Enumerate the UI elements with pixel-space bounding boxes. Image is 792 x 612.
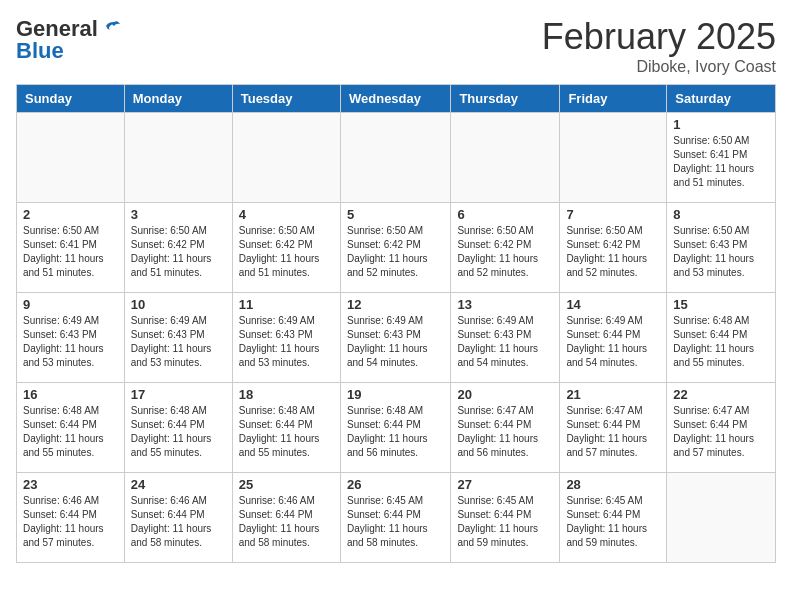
- col-friday: Friday: [560, 85, 667, 113]
- table-row: [17, 113, 125, 203]
- day-number: 8: [673, 207, 769, 222]
- day-info: Sunrise: 6:50 AMSunset: 6:42 PMDaylight:…: [239, 224, 334, 280]
- logo-blue: Blue: [16, 38, 64, 64]
- calendar-week-row: 16Sunrise: 6:48 AMSunset: 6:44 PMDayligh…: [17, 383, 776, 473]
- day-number: 12: [347, 297, 444, 312]
- table-row: 21Sunrise: 6:47 AMSunset: 6:44 PMDayligh…: [560, 383, 667, 473]
- day-number: 17: [131, 387, 226, 402]
- day-number: 28: [566, 477, 660, 492]
- table-row: 11Sunrise: 6:49 AMSunset: 6:43 PMDayligh…: [232, 293, 340, 383]
- table-row: 22Sunrise: 6:47 AMSunset: 6:44 PMDayligh…: [667, 383, 776, 473]
- table-row: 19Sunrise: 6:48 AMSunset: 6:44 PMDayligh…: [340, 383, 450, 473]
- logo: General Blue: [16, 16, 122, 64]
- day-info: Sunrise: 6:49 AMSunset: 6:43 PMDaylight:…: [239, 314, 334, 370]
- day-info: Sunrise: 6:49 AMSunset: 6:43 PMDaylight:…: [347, 314, 444, 370]
- day-info: Sunrise: 6:46 AMSunset: 6:44 PMDaylight:…: [239, 494, 334, 550]
- table-row: 1Sunrise: 6:50 AMSunset: 6:41 PMDaylight…: [667, 113, 776, 203]
- table-row: 16Sunrise: 6:48 AMSunset: 6:44 PMDayligh…: [17, 383, 125, 473]
- day-number: 25: [239, 477, 334, 492]
- table-row: 10Sunrise: 6:49 AMSunset: 6:43 PMDayligh…: [124, 293, 232, 383]
- table-row: 18Sunrise: 6:48 AMSunset: 6:44 PMDayligh…: [232, 383, 340, 473]
- day-number: 27: [457, 477, 553, 492]
- table-row: 17Sunrise: 6:48 AMSunset: 6:44 PMDayligh…: [124, 383, 232, 473]
- col-thursday: Thursday: [451, 85, 560, 113]
- day-number: 7: [566, 207, 660, 222]
- day-number: 13: [457, 297, 553, 312]
- table-row: 23Sunrise: 6:46 AMSunset: 6:44 PMDayligh…: [17, 473, 125, 563]
- day-info: Sunrise: 6:48 AMSunset: 6:44 PMDaylight:…: [347, 404, 444, 460]
- table-row: 12Sunrise: 6:49 AMSunset: 6:43 PMDayligh…: [340, 293, 450, 383]
- day-info: Sunrise: 6:47 AMSunset: 6:44 PMDaylight:…: [566, 404, 660, 460]
- day-info: Sunrise: 6:50 AMSunset: 6:41 PMDaylight:…: [23, 224, 118, 280]
- day-number: 23: [23, 477, 118, 492]
- table-row: [340, 113, 450, 203]
- day-info: Sunrise: 6:50 AMSunset: 6:43 PMDaylight:…: [673, 224, 769, 280]
- table-row: 13Sunrise: 6:49 AMSunset: 6:43 PMDayligh…: [451, 293, 560, 383]
- day-number: 18: [239, 387, 334, 402]
- table-row: [560, 113, 667, 203]
- col-wednesday: Wednesday: [340, 85, 450, 113]
- day-number: 10: [131, 297, 226, 312]
- day-info: Sunrise: 6:49 AMSunset: 6:44 PMDaylight:…: [566, 314, 660, 370]
- day-info: Sunrise: 6:50 AMSunset: 6:42 PMDaylight:…: [566, 224, 660, 280]
- table-row: 27Sunrise: 6:45 AMSunset: 6:44 PMDayligh…: [451, 473, 560, 563]
- day-info: Sunrise: 6:45 AMSunset: 6:44 PMDaylight:…: [566, 494, 660, 550]
- day-info: Sunrise: 6:50 AMSunset: 6:42 PMDaylight:…: [131, 224, 226, 280]
- day-info: Sunrise: 6:48 AMSunset: 6:44 PMDaylight:…: [131, 404, 226, 460]
- location-subtitle: Diboke, Ivory Coast: [542, 58, 776, 76]
- table-row: 26Sunrise: 6:45 AMSunset: 6:44 PMDayligh…: [340, 473, 450, 563]
- day-info: Sunrise: 6:50 AMSunset: 6:41 PMDaylight:…: [673, 134, 769, 190]
- month-title: February 2025: [542, 16, 776, 58]
- table-row: 28Sunrise: 6:45 AMSunset: 6:44 PMDayligh…: [560, 473, 667, 563]
- day-info: Sunrise: 6:50 AMSunset: 6:42 PMDaylight:…: [457, 224, 553, 280]
- day-info: Sunrise: 6:49 AMSunset: 6:43 PMDaylight:…: [457, 314, 553, 370]
- day-info: Sunrise: 6:48 AMSunset: 6:44 PMDaylight:…: [23, 404, 118, 460]
- day-number: 4: [239, 207, 334, 222]
- table-row: 8Sunrise: 6:50 AMSunset: 6:43 PMDaylight…: [667, 203, 776, 293]
- day-info: Sunrise: 6:46 AMSunset: 6:44 PMDaylight:…: [23, 494, 118, 550]
- day-number: 2: [23, 207, 118, 222]
- day-info: Sunrise: 6:49 AMSunset: 6:43 PMDaylight:…: [23, 314, 118, 370]
- table-row: 14Sunrise: 6:49 AMSunset: 6:44 PMDayligh…: [560, 293, 667, 383]
- table-row: 25Sunrise: 6:46 AMSunset: 6:44 PMDayligh…: [232, 473, 340, 563]
- table-row: [451, 113, 560, 203]
- calendar-header-row: Sunday Monday Tuesday Wednesday Thursday…: [17, 85, 776, 113]
- day-info: Sunrise: 6:47 AMSunset: 6:44 PMDaylight:…: [673, 404, 769, 460]
- calendar-table: Sunday Monday Tuesday Wednesday Thursday…: [16, 84, 776, 563]
- table-row: 4Sunrise: 6:50 AMSunset: 6:42 PMDaylight…: [232, 203, 340, 293]
- day-number: 21: [566, 387, 660, 402]
- day-number: 26: [347, 477, 444, 492]
- col-monday: Monday: [124, 85, 232, 113]
- day-info: Sunrise: 6:50 AMSunset: 6:42 PMDaylight:…: [347, 224, 444, 280]
- day-number: 15: [673, 297, 769, 312]
- day-info: Sunrise: 6:45 AMSunset: 6:44 PMDaylight:…: [347, 494, 444, 550]
- day-number: 19: [347, 387, 444, 402]
- table-row: [667, 473, 776, 563]
- table-row: 15Sunrise: 6:48 AMSunset: 6:44 PMDayligh…: [667, 293, 776, 383]
- table-row: 2Sunrise: 6:50 AMSunset: 6:41 PMDaylight…: [17, 203, 125, 293]
- page-header: General Blue February 2025 Diboke, Ivory…: [16, 16, 776, 76]
- table-row: [124, 113, 232, 203]
- calendar-body: 1Sunrise: 6:50 AMSunset: 6:41 PMDaylight…: [17, 113, 776, 563]
- day-number: 9: [23, 297, 118, 312]
- day-info: Sunrise: 6:48 AMSunset: 6:44 PMDaylight:…: [673, 314, 769, 370]
- day-number: 22: [673, 387, 769, 402]
- col-saturday: Saturday: [667, 85, 776, 113]
- day-info: Sunrise: 6:49 AMSunset: 6:43 PMDaylight:…: [131, 314, 226, 370]
- title-block: February 2025 Diboke, Ivory Coast: [542, 16, 776, 76]
- calendar-week-row: 2Sunrise: 6:50 AMSunset: 6:41 PMDaylight…: [17, 203, 776, 293]
- day-number: 1: [673, 117, 769, 132]
- day-number: 20: [457, 387, 553, 402]
- table-row: 7Sunrise: 6:50 AMSunset: 6:42 PMDaylight…: [560, 203, 667, 293]
- table-row: [232, 113, 340, 203]
- table-row: 20Sunrise: 6:47 AMSunset: 6:44 PMDayligh…: [451, 383, 560, 473]
- page-container: General Blue February 2025 Diboke, Ivory…: [0, 0, 792, 579]
- table-row: 3Sunrise: 6:50 AMSunset: 6:42 PMDaylight…: [124, 203, 232, 293]
- day-info: Sunrise: 6:47 AMSunset: 6:44 PMDaylight:…: [457, 404, 553, 460]
- col-sunday: Sunday: [17, 85, 125, 113]
- day-number: 11: [239, 297, 334, 312]
- day-number: 3: [131, 207, 226, 222]
- table-row: 5Sunrise: 6:50 AMSunset: 6:42 PMDaylight…: [340, 203, 450, 293]
- day-number: 16: [23, 387, 118, 402]
- day-number: 14: [566, 297, 660, 312]
